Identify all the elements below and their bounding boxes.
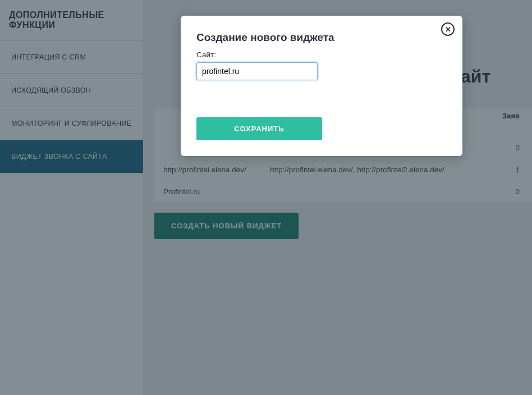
create-widget-modal: ✕ Создание нового виджета Сайт: СОХРАНИТ… (181, 16, 462, 156)
modal-title: Создание нового виджета (196, 31, 447, 44)
save-button[interactable]: СОХРАНИТЬ (196, 117, 322, 140)
site-label: Сайт: (196, 50, 447, 59)
site-input[interactable] (196, 62, 318, 80)
close-icon[interactable]: ✕ (441, 22, 455, 36)
